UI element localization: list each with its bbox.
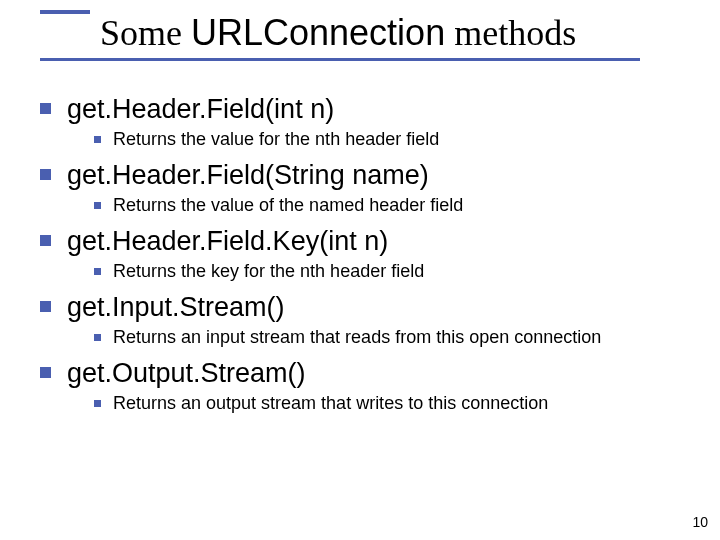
method-name: get.Header.Field(int n) [67, 94, 334, 124]
slide: Some URLConnection methods get.Header.Fi… [0, 0, 720, 540]
square-bullet-icon [94, 400, 101, 407]
method-name: get.Header.Field(String name) [67, 160, 429, 190]
list-item: get.Output.Stream() [40, 358, 690, 389]
method-name: get.Header.Field.Key(int n) [67, 226, 388, 256]
content-area: get.Header.Field(int n) Returns the valu… [40, 88, 690, 424]
list-subitem: Returns the value for the nth header fie… [94, 129, 690, 150]
title-text-part2: methods [445, 13, 576, 53]
list-subitem: Returns the key for the nth header field [94, 261, 690, 282]
title-code: URLConnection [191, 12, 445, 53]
square-bullet-icon [94, 202, 101, 209]
square-bullet-icon [40, 103, 51, 114]
method-desc: Returns the key for the nth header field [113, 261, 424, 281]
list-subitem: Returns an input stream that reads from … [94, 327, 690, 348]
square-bullet-icon [94, 268, 101, 275]
method-desc: Returns the value for the nth header fie… [113, 129, 439, 149]
square-bullet-icon [94, 334, 101, 341]
list-item: get.Header.Field(String name) [40, 160, 690, 191]
title-text-part1: Some [100, 13, 191, 53]
list-item: get.Input.Stream() [40, 292, 690, 323]
list-subitem: Returns the value of the named header fi… [94, 195, 690, 216]
method-desc: Returns the value of the named header fi… [113, 195, 463, 215]
list-item: get.Header.Field(int n) [40, 94, 690, 125]
square-bullet-icon [94, 136, 101, 143]
method-desc: Returns an output stream that writes to … [113, 393, 548, 413]
list-subitem: Returns an output stream that writes to … [94, 393, 690, 414]
list-item: get.Header.Field.Key(int n) [40, 226, 690, 257]
square-bullet-icon [40, 235, 51, 246]
page-number: 10 [692, 514, 708, 530]
method-desc: Returns an input stream that reads from … [113, 327, 601, 347]
title-underline [40, 58, 640, 61]
method-name: get.Output.Stream() [67, 358, 306, 388]
square-bullet-icon [40, 301, 51, 312]
method-name: get.Input.Stream() [67, 292, 285, 322]
title-accent-line [40, 10, 90, 14]
square-bullet-icon [40, 169, 51, 180]
square-bullet-icon [40, 367, 51, 378]
slide-title: Some URLConnection methods [100, 12, 576, 54]
